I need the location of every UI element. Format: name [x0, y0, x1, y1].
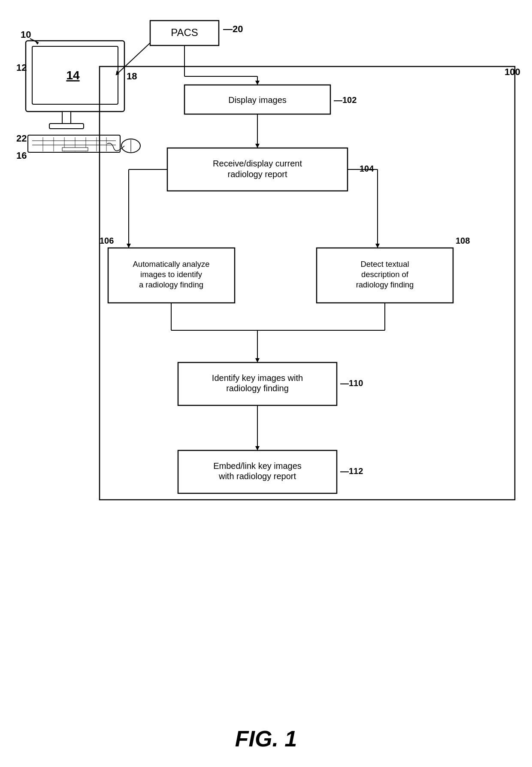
svg-marker-20	[35, 41, 39, 45]
svg-text:Detect textual: Detect textual	[360, 260, 409, 269]
svg-rect-0	[26, 41, 124, 112]
svg-marker-72	[255, 446, 260, 450]
svg-marker-29	[116, 70, 119, 75]
svg-text:—110: —110	[340, 378, 363, 388]
svg-text:12: 12	[16, 62, 27, 73]
svg-text:radiology finding: radiology finding	[356, 280, 414, 289]
svg-text:22: 22	[16, 133, 27, 144]
svg-text:18: 18	[127, 71, 137, 82]
svg-text:—102: —102	[334, 95, 357, 105]
svg-rect-15	[62, 148, 88, 151]
svg-text:PACS: PACS	[171, 27, 198, 38]
diagram-svg: 14 10 12 22 16 PACS	[0, 0, 532, 767]
svg-text:radiology report: radiology report	[228, 169, 287, 179]
svg-line-19	[30, 39, 39, 43]
svg-text:Identify key images with: Identify key images with	[212, 373, 303, 383]
svg-rect-51	[108, 248, 235, 303]
svg-marker-66	[255, 358, 260, 362]
svg-text:radiology finding: radiology finding	[226, 384, 289, 393]
svg-rect-3	[49, 124, 84, 129]
svg-text:10: 10	[21, 29, 31, 40]
svg-text:14: 14	[66, 69, 80, 82]
svg-text:100: 100	[505, 66, 520, 77]
svg-rect-36	[184, 85, 330, 114]
page-container: 14 10 12 22 16 PACS	[0, 0, 532, 767]
svg-text:a radiology finding: a radiology finding	[139, 280, 203, 289]
svg-marker-33	[255, 81, 260, 85]
svg-rect-56	[317, 248, 453, 303]
svg-rect-34	[100, 66, 515, 500]
svg-line-28	[116, 43, 150, 75]
svg-text:16: 16	[16, 150, 27, 161]
svg-text:Automatically analyze: Automatically analyze	[133, 260, 210, 269]
svg-text:Display images: Display images	[228, 95, 287, 105]
svg-marker-40	[255, 144, 260, 148]
svg-rect-2	[62, 112, 71, 124]
svg-marker-47	[127, 244, 131, 248]
svg-text:images to identify: images to identify	[140, 270, 203, 279]
svg-text:with radiology report: with radiology report	[218, 471, 296, 481]
svg-rect-67	[178, 362, 337, 405]
svg-text:—20: —20	[223, 24, 243, 34]
svg-rect-41	[167, 148, 348, 191]
svg-marker-50	[375, 244, 380, 248]
svg-rect-1	[32, 46, 118, 104]
svg-rect-5	[28, 135, 120, 152]
svg-text:106: 106	[100, 236, 114, 245]
svg-rect-73	[178, 450, 337, 493]
svg-text:description of: description of	[361, 270, 409, 279]
svg-rect-24	[150, 21, 219, 45]
svg-text:—104: —104	[351, 164, 374, 173]
svg-point-16	[121, 139, 140, 153]
svg-text:FIG. 1: FIG. 1	[235, 726, 297, 751]
svg-text:Embed/link key images: Embed/link key images	[213, 461, 302, 471]
svg-text:—112: —112	[340, 466, 363, 476]
svg-text:Receive/display current: Receive/display current	[213, 159, 302, 168]
svg-text:108: 108	[456, 236, 470, 245]
